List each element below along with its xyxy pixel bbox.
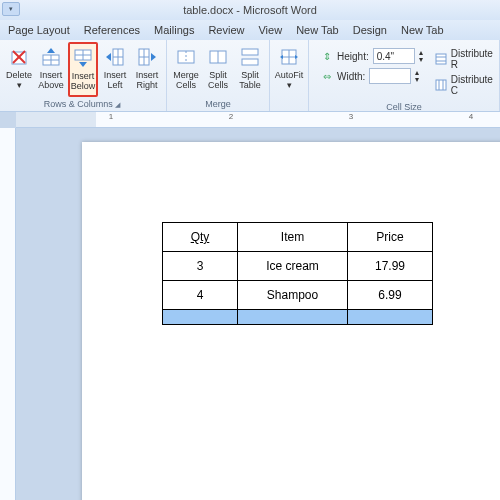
cell-price[interactable]: 17.99 (348, 252, 433, 281)
tab-references[interactable]: References (84, 24, 140, 36)
cell-item[interactable] (238, 310, 348, 325)
spinner-icon[interactable]: ▴▾ (415, 69, 419, 83)
cell-qty[interactable]: 4 (163, 281, 238, 310)
tab-mailings[interactable]: Mailings (154, 24, 194, 36)
cell-price[interactable]: 6.99 (348, 281, 433, 310)
split-table-label: Split Table (236, 70, 264, 90)
width-input[interactable] (369, 68, 411, 84)
distribute-cols-icon (435, 79, 447, 91)
cell-item[interactable]: Shampoo (238, 281, 348, 310)
header-price[interactable]: Price (348, 223, 433, 252)
svg-rect-23 (242, 49, 258, 55)
spinner-icon[interactable]: ▴▾ (419, 49, 423, 63)
merge-group-label: Merge (171, 97, 265, 111)
autofit-button[interactable]: AutoFit▾ (274, 42, 304, 97)
svg-marker-18 (151, 53, 156, 61)
horizontal-ruler[interactable]: 1 2 3 4 5 (16, 112, 500, 128)
rows-columns-group: Delete▾ Insert Above Insert Below Insert… (0, 40, 167, 111)
distribute-cols-label: Distribute C (451, 74, 495, 96)
insert-below-label: Insert Below (70, 71, 96, 91)
merge-group: Merge Cells Split Cells Split Table Merg… (167, 40, 270, 111)
header-item[interactable]: Item (238, 223, 348, 252)
col-width-icon: ⇔ (321, 71, 333, 82)
split-cells-icon (207, 46, 229, 68)
merge-cells-button[interactable]: Merge Cells (171, 42, 201, 97)
ribbon: Delete▾ Insert Above Insert Below Insert… (0, 40, 500, 112)
insert-above-icon (40, 46, 62, 68)
svg-marker-6 (47, 48, 55, 53)
delete-button[interactable]: Delete▾ (4, 42, 34, 97)
insert-right-icon (136, 46, 158, 68)
split-table-button[interactable]: Split Table (235, 42, 265, 97)
split-cells-button[interactable]: Split Cells (203, 42, 233, 97)
document-table[interactable]: Qty Item Price 3 Ice cream 17.99 4 Shamp… (162, 222, 433, 325)
split-table-icon (239, 46, 261, 68)
autofit-group: AutoFit▾ (270, 40, 309, 111)
autofit-icon (278, 46, 300, 68)
svg-rect-30 (436, 54, 446, 64)
insert-above-button[interactable]: Insert Above (36, 42, 66, 97)
insert-left-button[interactable]: Insert Left (100, 42, 130, 97)
title-bar: table.docx - Microsoft Word (0, 0, 500, 20)
table-header-row[interactable]: Qty Item Price (163, 223, 433, 252)
table-row-selected[interactable] (163, 310, 433, 325)
cell-item[interactable]: Ice cream (238, 252, 348, 281)
window-title: table.docx - Microsoft Word (183, 4, 317, 16)
table-row[interactable]: 4 Shampoo 6.99 (163, 281, 433, 310)
tab-view[interactable]: View (258, 24, 282, 36)
height-input[interactable]: 0.4" (373, 48, 415, 64)
merge-cells-label: Merge Cells (172, 70, 200, 90)
table-row[interactable]: 3 Ice cream 17.99 (163, 252, 433, 281)
insert-left-icon (104, 46, 126, 68)
dialog-launcher-icon[interactable]: ◢ (115, 101, 122, 108)
tab-page-layout[interactable]: Page Layout (8, 24, 70, 36)
document-page[interactable]: Qty Item Price 3 Ice cream 17.99 4 Shamp… (82, 142, 500, 500)
distribute-rows-icon (435, 53, 447, 65)
height-label: Height: (337, 51, 369, 62)
distribute-rows-label: Distribute R (451, 48, 495, 70)
svg-rect-33 (436, 80, 446, 90)
ribbon-tabs: Page Layout References Mailings Review V… (0, 20, 500, 40)
row-height-icon: ⇕ (321, 51, 333, 62)
insert-above-label: Insert Above (37, 70, 65, 90)
delete-label: Delete (6, 70, 32, 80)
vertical-ruler[interactable] (0, 128, 16, 500)
insert-below-icon (72, 47, 94, 69)
split-cells-label: Split Cells (204, 70, 232, 90)
delete-icon (8, 46, 30, 68)
insert-left-label: Insert Left (101, 70, 129, 90)
tab-review[interactable]: Review (208, 24, 244, 36)
cell-size-group: ⇕ Height: 0.4" ▴▾ ⇔ Width: ▴▾ Distribute… (309, 40, 500, 111)
width-label: Width: (337, 71, 365, 82)
distribute-rows-button[interactable]: Distribute R (435, 48, 495, 70)
svg-marker-10 (79, 62, 87, 67)
cell-qty[interactable]: 3 (163, 252, 238, 281)
rows-cols-group-label: Rows & Columns (44, 99, 113, 109)
merge-cells-icon (175, 46, 197, 68)
header-qty[interactable]: Qty (163, 223, 238, 252)
tab-new-tab-2[interactable]: New Tab (401, 24, 444, 36)
insert-below-button[interactable]: Insert Below (68, 42, 98, 97)
workspace: 1 2 3 4 5 Qty Item Price 3 Ice cream 17.… (0, 112, 500, 500)
insert-right-button[interactable]: Insert Right (132, 42, 162, 97)
autofit-label: AutoFit (275, 70, 304, 80)
tab-design[interactable]: Design (353, 24, 387, 36)
cell-price[interactable] (348, 310, 433, 325)
svg-marker-14 (106, 53, 111, 61)
cell-qty[interactable] (163, 310, 238, 325)
quick-access-dropdown[interactable] (2, 2, 20, 16)
distribute-cols-button[interactable]: Distribute C (435, 74, 495, 96)
svg-rect-24 (242, 59, 258, 65)
tab-new-tab-1[interactable]: New Tab (296, 24, 339, 36)
insert-right-label: Insert Right (133, 70, 161, 90)
